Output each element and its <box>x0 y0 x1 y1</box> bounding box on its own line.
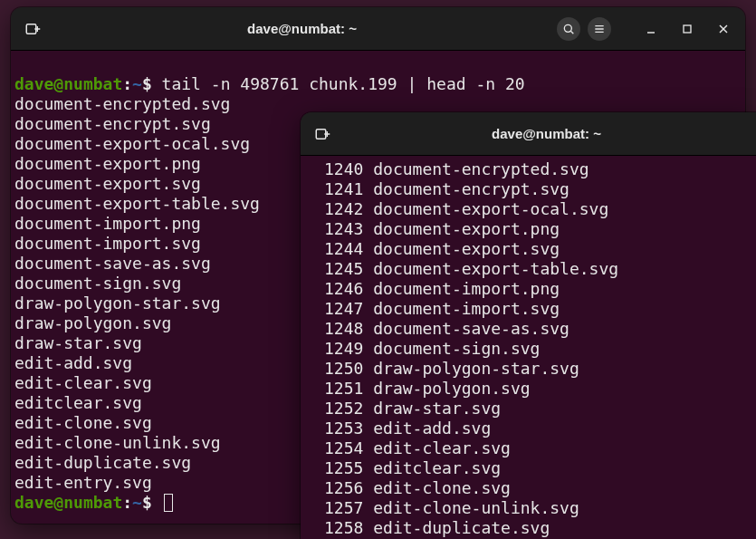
file-name: edit-duplicate.svg <box>373 518 550 537</box>
line-number: 1241 <box>324 179 363 198</box>
file-name: document-sign.svg <box>373 339 540 358</box>
line-number: 1249 <box>324 339 363 358</box>
file-name: edit-clone.svg <box>373 478 511 497</box>
line-number: 1243 <box>324 219 363 238</box>
prompt-user: dave <box>14 74 53 93</box>
line-number: 1251 <box>324 379 363 398</box>
svg-point-3 <box>564 24 571 32</box>
window-title: dave@numbat: ~ <box>54 21 550 36</box>
line-number: 1240 <box>324 159 363 178</box>
line-number: 1247 <box>324 299 363 318</box>
file-name: edit-add.svg <box>373 419 491 438</box>
window-title: dave@numbat: ~ <box>344 126 749 141</box>
search-button[interactable] <box>557 17 580 41</box>
line-number: 1244 <box>324 239 363 258</box>
line-number: 1258 <box>324 518 363 537</box>
line-number: 1246 <box>324 279 363 298</box>
line-number: 1242 <box>324 199 363 218</box>
file-name: document-export-ocal.svg <box>373 199 608 218</box>
file-name: document-export.png <box>373 219 560 238</box>
new-tab-button[interactable] <box>18 14 47 43</box>
line-number: 1254 <box>324 438 363 457</box>
file-name: document-export-table.svg <box>373 259 618 278</box>
file-name: draw-polygon.svg <box>373 379 530 398</box>
new-tab-button[interactable] <box>308 120 337 149</box>
file-name: document-save-as.svg <box>373 319 569 338</box>
terminal-window-front: dave@numbat: ~ 1240 document-encrypted.s… <box>301 112 756 539</box>
svg-rect-9 <box>684 25 691 33</box>
svg-rect-0 <box>26 24 36 34</box>
line-number: 1252 <box>324 399 363 418</box>
close-button[interactable] <box>709 14 738 43</box>
line-number: 1256 <box>324 478 363 497</box>
file-name: document-encrypted.svg <box>373 159 589 178</box>
file-name: edit-clone-unlink.svg <box>373 498 579 517</box>
file-name: document-export.svg <box>373 239 560 258</box>
line-number: 1250 <box>324 359 363 378</box>
prompt-line: dave@numbat:~$ tail -n 498761 chunk.199 … <box>14 74 525 93</box>
svg-rect-12 <box>316 129 326 139</box>
prompt-path: ~ <box>132 74 142 93</box>
file-name: document-encrypt.svg <box>373 179 569 198</box>
prompt-symbol: $ <box>142 74 152 93</box>
terminal-output[interactable]: 1240 document-encrypted.svg 1241 documen… <box>301 156 756 539</box>
line-number: 1253 <box>324 419 363 438</box>
file-name: document-import.svg <box>373 299 560 318</box>
prompt-line: dave@numbat:~$ <box>14 493 162 512</box>
command-text: tail -n 498761 chunk.199 | head -n 20 <box>162 74 525 93</box>
file-name: editclear.svg <box>373 458 501 477</box>
line-number: 1255 <box>324 458 363 477</box>
file-name: draw-star.svg <box>373 399 501 418</box>
svg-line-4 <box>570 31 573 34</box>
titlebar: dave@numbat: ~ <box>11 7 745 51</box>
line-number: 1245 <box>324 259 363 278</box>
minimize-button[interactable] <box>636 14 665 43</box>
line-number: 1257 <box>324 498 363 517</box>
file-name: edit-clear.svg <box>373 438 511 457</box>
menu-button[interactable] <box>588 17 611 41</box>
file-name: document-import.png <box>373 279 560 298</box>
line-number: 1248 <box>324 319 363 338</box>
maximize-button[interactable] <box>673 14 702 43</box>
titlebar: dave@numbat: ~ <box>301 112 756 156</box>
file-name: draw-polygon-star.svg <box>373 359 579 378</box>
prompt-host: numbat <box>63 74 122 93</box>
cursor <box>164 494 173 512</box>
